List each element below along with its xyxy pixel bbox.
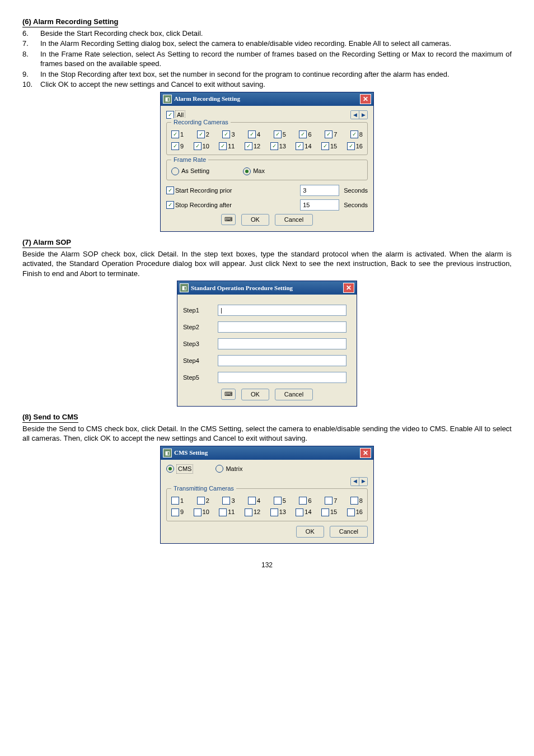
camera-checkbox[interactable]: ✓8: [350, 130, 363, 139]
list-text: In the Alarm Recording Setting dialog bo…: [40, 39, 512, 49]
group-legend: Transmitting Cameras: [171, 484, 236, 493]
radio-as-setting[interactable]: As Setting: [171, 167, 209, 175]
checkbox-stop-after[interactable]: ✓Stop Recording after: [166, 201, 232, 209]
camera-checkbox[interactable]: 7: [325, 497, 337, 505]
ok-button[interactable]: OK: [296, 526, 324, 538]
stop-after-field[interactable]: 15: [300, 199, 339, 211]
group-legend: Frame Rate: [171, 156, 208, 164]
camera-checkbox[interactable]: 4: [248, 497, 260, 505]
camera-checkbox[interactable]: 2: [197, 497, 209, 505]
camera-checkbox[interactable]: ✓1: [171, 130, 184, 139]
list-num: 7.: [22, 39, 40, 49]
titlebar: ◧ Alarm Recording Setting ✕: [161, 92, 373, 106]
list-num: 9.: [22, 69, 40, 80]
camera-checkbox[interactable]: ✓14: [296, 142, 311, 151]
dialog-title: CMS Setting: [174, 449, 208, 457]
step-label: Step2: [183, 323, 211, 332]
camera-checkbox[interactable]: 3: [222, 497, 235, 505]
arrow-left-icon[interactable]: ◀: [351, 111, 359, 119]
list-text: Click OK to accept the new settings and …: [40, 80, 512, 90]
close-icon[interactable]: ✕: [360, 94, 371, 104]
frame-rate-group: Frame Rate As Setting Max: [166, 160, 368, 180]
camera-checkbox[interactable]: ✓11: [219, 142, 235, 151]
arrow-right-icon[interactable]: ▶: [359, 111, 367, 119]
camera-checkbox[interactable]: ✓9: [171, 142, 184, 151]
list-text: In the Frame Rate selection, select As S…: [40, 49, 512, 69]
arrow-right-icon[interactable]: ▶: [359, 478, 367, 486]
camera-checkbox[interactable]: 1: [171, 497, 184, 505]
camera-checkbox[interactable]: ✓16: [347, 142, 363, 151]
camera-checkbox[interactable]: ✓7: [325, 130, 337, 139]
camera-checkbox[interactable]: 14: [296, 508, 311, 516]
step2-field[interactable]: [218, 321, 346, 333]
radio-max[interactable]: Max: [243, 167, 265, 175]
cancel-button[interactable]: Cancel: [275, 214, 313, 226]
seconds-label: Seconds: [344, 186, 368, 195]
camera-checkbox[interactable]: ✓10: [194, 142, 209, 151]
camera-checkbox[interactable]: 16: [347, 508, 363, 516]
camera-checkbox[interactable]: 11: [219, 508, 235, 516]
list-num: 10.: [22, 80, 40, 90]
transmitting-cameras-group: Transmitting Cameras 1 2 3 4 5 6 7 8 9 1…: [166, 488, 368, 522]
camera-checkbox[interactable]: 15: [321, 508, 337, 516]
step5-field[interactable]: [218, 372, 346, 383]
step-label: Step1: [183, 306, 211, 315]
ok-button[interactable]: OK: [241, 214, 269, 226]
cancel-button[interactable]: Cancel: [275, 389, 313, 400]
start-prior-field[interactable]: 3: [300, 185, 339, 196]
page-arrows[interactable]: ◀▶: [350, 110, 368, 119]
section-heading-alarm-sop: (7) Alarm SOP: [22, 237, 71, 248]
camera-checkbox[interactable]: 5: [274, 497, 286, 505]
close-icon[interactable]: ✕: [343, 283, 354, 293]
camera-checkbox[interactable]: ✓12: [245, 142, 260, 151]
step-label: Step3: [183, 340, 211, 348]
step-label: Step5: [183, 374, 211, 382]
radio-cms[interactable]: CMS: [166, 464, 193, 474]
camera-checkbox[interactable]: ✓3: [222, 130, 235, 139]
ok-button[interactable]: OK: [241, 389, 269, 400]
checkbox-start-prior[interactable]: ✓Start Recording prior: [166, 186, 232, 195]
list-text: In the Stop Recording after text box, se…: [40, 69, 512, 80]
camera-checkbox[interactable]: ✓13: [270, 142, 286, 151]
step4-field[interactable]: [218, 355, 346, 366]
titlebar: ◧ CMS Setting ✕: [161, 446, 373, 460]
step3-field[interactable]: [218, 338, 346, 349]
list-text: Beside the Start Recording check box, cl…: [40, 29, 512, 39]
keyboard-icon[interactable]: ⌨: [221, 389, 236, 400]
dialog-title: Standard Operation Procedure Setting: [191, 284, 293, 292]
camera-checkbox[interactable]: 10: [194, 508, 209, 516]
page-arrows[interactable]: ◀▶: [350, 477, 368, 486]
app-icon: ◧: [163, 95, 172, 104]
list-num: 6.: [22, 29, 40, 39]
camera-checkbox[interactable]: ✓5: [274, 130, 286, 139]
group-legend: Recording Cameras: [171, 118, 231, 127]
camera-checkbox[interactable]: 13: [270, 508, 286, 516]
paragraph: Beside the Send to CMS check box, click …: [22, 424, 512, 444]
camera-checkbox[interactable]: ✓15: [321, 142, 337, 151]
camera-checkbox[interactable]: ✓4: [248, 130, 260, 139]
page-number: 132: [22, 561, 512, 570]
list-num: 8.: [22, 49, 40, 69]
app-icon: ◧: [163, 449, 172, 458]
arrow-left-icon[interactable]: ◀: [351, 478, 359, 486]
section-heading-send-cms: (8) Send to CMS: [22, 412, 78, 423]
step-label: Step4: [183, 357, 211, 365]
step1-field[interactable]: |: [218, 305, 346, 316]
camera-checkbox[interactable]: 6: [299, 497, 311, 505]
keyboard-icon[interactable]: ⌨: [221, 214, 236, 225]
camera-checkbox[interactable]: ✓6: [299, 130, 311, 139]
seconds-label: Seconds: [344, 201, 368, 209]
cms-dialog: ◧ CMS Setting ✕ CMS Matrix ◀▶ Transmitti…: [160, 446, 374, 544]
sop-dialog: ◧ Standard Operation Procedure Setting ✕…: [177, 281, 357, 407]
ordered-list: 6.Beside the Start Recording check box, …: [22, 29, 512, 90]
camera-checkbox[interactable]: 8: [350, 497, 363, 505]
recording-cameras-group: Recording Cameras ✓1 ✓2 ✓3 ✓4 ✓5 ✓6 ✓7 ✓…: [166, 122, 368, 156]
camera-checkbox[interactable]: ✓2: [197, 130, 209, 139]
camera-checkbox[interactable]: 9: [171, 508, 184, 516]
cancel-button[interactable]: Cancel: [330, 526, 368, 538]
paragraph: Beside the Alarm SOP check box, click De…: [22, 249, 512, 279]
app-icon: ◧: [180, 283, 189, 292]
radio-matrix[interactable]: Matrix: [216, 465, 242, 473]
camera-checkbox[interactable]: 12: [245, 508, 260, 516]
close-icon[interactable]: ✕: [360, 448, 371, 458]
